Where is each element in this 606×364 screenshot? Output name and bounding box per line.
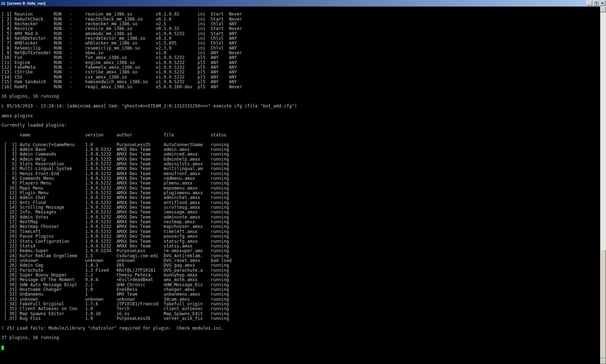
meta-row: [12] FakeMeta RUN - fakemeta_amxx_i386.s… bbox=[1, 65, 605, 70]
meta-row: [14] CSX RUN - csx_amxx_i386.so v1.9.0.5… bbox=[1, 75, 605, 80]
amxx-row: [ 16] Admin Votes 1.9.0.5232 AMXX Dev Te… bbox=[1, 215, 605, 220]
amxx-row: [ 12] Admin Chat 1.9.0.5232 AMXX Dev Tea… bbox=[1, 195, 605, 200]
meta-row: [ 4] Revoice RUN - revoice_mm_i386.so v0… bbox=[1, 26, 605, 31]
scrollbar[interactable]: ▲ ▼ bbox=[600, 7, 606, 364]
amxx-row: [ 1] Auto Connect+GameMenu 1.0 PurposeLe… bbox=[1, 143, 605, 147]
close-button[interactable]: ✕ bbox=[599, 1, 605, 6]
scroll-down-button[interactable]: ▼ bbox=[600, 358, 606, 364]
amxx-row: [ 28] Super Bunny Hopper 1.2 Cheesy Pete… bbox=[1, 273, 605, 278]
maximize-button[interactable]: ❐ bbox=[593, 1, 599, 6]
meta-row: [ 1] Reunion RUN - reunion_mm_i386.so v0… bbox=[1, 12, 605, 17]
scroll-track[interactable] bbox=[600, 12, 606, 358]
meta-row: [13] CStrike RUN - cstrike_amxx_i386.so … bbox=[1, 70, 605, 75]
cmd-line: amxx plugins bbox=[1, 114, 605, 118]
amxx-row: [ 32] UnBanmenu 1 AMX Team unbanmenu.amx… bbox=[1, 292, 605, 297]
amxx-row: [ 36] Map Spawns Editor 1.0.16 iG_os Map… bbox=[1, 312, 605, 316]
meta-row: [ 6] ReSRDetector RUN - resrdetector_mm_… bbox=[1, 36, 605, 41]
amxx-row: [ 33] unknown unknown unknown 3dcam.amxx… bbox=[1, 297, 605, 302]
amxx-row: [ 11] Plugin Menu 1.9.0.5232 AMXX Dev Te… bbox=[1, 191, 605, 195]
svg-rect-1 bbox=[1, 2, 5, 4]
meta-row: [ 8] ReSemiclip RUN - resemiclip_mm_i386… bbox=[1, 46, 605, 51]
scroll-up-button[interactable]: ▲ bbox=[600, 7, 606, 12]
amxx-row: [ 3] Admin Commands 1.9.0.5232 AMXX Dev … bbox=[1, 152, 605, 157]
meta-summary: 16 plugins, 16 running bbox=[1, 94, 605, 99]
amxx-row: [ 29] Message Of The Moment 0.9.4 <Evil>… bbox=[1, 278, 605, 282]
window-titlebar: [screen 0: hlds_run] _ ❐ ✕ bbox=[0, 0, 606, 7]
amxx-row: [ 18] Nextmap Chooser 1.9.0.5232 AMXX De… bbox=[1, 224, 605, 229]
amxx-row: [ 25] unknown unknown unknown DVG_reset.… bbox=[1, 258, 605, 263]
amxx-row: [ 10] Maps Menu 1.9.0.5232 AMXX Dev Team… bbox=[1, 186, 605, 191]
meta-row: [11] Engine RUN - engine_amxx_i386.so v1… bbox=[1, 60, 605, 65]
amxx-row: [ 4] Admin Help 1.9.0.5232 AMXX Dev Team… bbox=[1, 157, 605, 162]
amxx-row: [ 14] Scrolling Message 1.9.0.5232 AMXX … bbox=[1, 205, 605, 210]
amxx-row: [ 31] Hostname Changer 1.0 EnesReis chan… bbox=[1, 287, 605, 292]
meta-row: [15] Ham Sandwich RUN - hamsandwich_amxx… bbox=[1, 80, 605, 84]
meta-row: [ 9] NetBufExtender RUN - nbex.so v1.0 i… bbox=[1, 51, 605, 55]
meta-row: [ 3] Rechecker RUN - rechecker_mm_i386.s… bbox=[1, 22, 605, 26]
amxx-row: [ 22] StatsX 1.9.0.5232 AMXX Dev Team st… bbox=[1, 244, 605, 249]
amxx-row: [ 5] Slots Reservation 1.9.0.5232 AMXX D… bbox=[1, 162, 605, 166]
amxx-row: [ 35] Client Autoexec on Con 1.0 Torch c… bbox=[1, 306, 605, 311]
amxx-row: [ 17] NextMap 1.9.0.5232 AMXX Dev Team n… bbox=[1, 220, 605, 224]
amxx-row: [ 20] Pause Plugins 1.9.0.5232 AMXX Dev … bbox=[1, 234, 605, 239]
cursor bbox=[1, 346, 4, 350]
terminal-output[interactable]: [ 1] Reunion RUN - reunion_mm_i386.so v0… bbox=[0, 7, 606, 364]
amxx-row: [ 37] Bug Fixs 1.0 PurposeLess35 server_… bbox=[1, 316, 605, 321]
amxx-row: [ 2] Admin Base 1.9.0.5232 AMXX Dev Team… bbox=[1, 147, 605, 152]
amxx-row: [ 24] Kufur Reklam Engelleme 1.5 Csdurag… bbox=[1, 254, 605, 258]
meta-row: [ 5] AMX Mod X RUN - amxmodx_mm_i386.so … bbox=[1, 31, 605, 36]
amxx-header: Currently loaded plugins: bbox=[1, 123, 605, 128]
amxx-row: [ 21] Stats Configuration 1.9.0.5232 AMX… bbox=[1, 239, 605, 244]
amxx-summary: 37 plugins, 36 running bbox=[1, 335, 605, 340]
amxx-row: [ 34] FakeFull Original 1.7.6 JTP10181/F… bbox=[1, 302, 605, 306]
amxx-row: [ 15] Info. Messages 1.9.0.5232 AMXX Dev… bbox=[1, 210, 605, 215]
meta-row: [ 7] WHBlocker RUN - whblocker_mm_i386.s… bbox=[1, 41, 605, 46]
amxx-row: [ 7] Menus Front-End 1.9.0.5232 AMXX Dev… bbox=[1, 172, 605, 176]
amxx-column-header: name version author file status bbox=[1, 133, 605, 137]
amxx-row: [ 13] Anti Flood 1.9.0.5232 AMXX Dev Tea… bbox=[1, 200, 605, 205]
scroll-thumb[interactable] bbox=[600, 250, 606, 358]
amxx-row: [ 6] Multi-Lingual System 1.9.0.5232 AMX… bbox=[1, 166, 605, 171]
amxx-row: [ 8] Commands Menu 1.9.0.5232 AMXX Dev T… bbox=[1, 176, 605, 181]
amxx-row: [ 26] Admin Gag 1.8.3 EKS DVG_gag.amxx r… bbox=[1, 263, 605, 268]
meta-row: [ 2] ReAuthCheck RUN - reauthcheck_mm_i3… bbox=[1, 17, 605, 22]
amxx-row: [ 9] Players Menu 1.9.0.5232 AMXX Dev Te… bbox=[1, 181, 605, 186]
putty-icon bbox=[1, 1, 6, 6]
log-line: L 05/10/2019 - 13:24:14: [admincmd.amxx]… bbox=[1, 104, 605, 109]
amxx-row: [ 27] Parachute 1.3 Fixed KRoT@L/JTP1018… bbox=[1, 268, 605, 273]
minimize-button[interactable]: _ bbox=[586, 1, 592, 6]
window-title: [screen 0: hlds_run] bbox=[7, 1, 586, 5]
load-fail-line: ( 25) Load fails: Module/Library "chatco… bbox=[1, 326, 605, 331]
amxx-row: [ 19] TimeLeft 1.9.0.5232 AMXX Dev Team … bbox=[1, 229, 605, 234]
amxx-row: [ 30] GHW Auto Message Displ 2.1 GHW_Chr… bbox=[1, 283, 605, 287]
meta-row: [10] Fun RUN - fun_amxx_i386.so v1.9.0.5… bbox=[1, 55, 605, 60]
amxx-row: [ 23] ReAmx-Super 1.9.0.5234 PurposeLess… bbox=[1, 249, 605, 253]
meta-row: [16] ReAPI RUN - reapi_amxx_i386.so v5.6… bbox=[1, 85, 605, 89]
